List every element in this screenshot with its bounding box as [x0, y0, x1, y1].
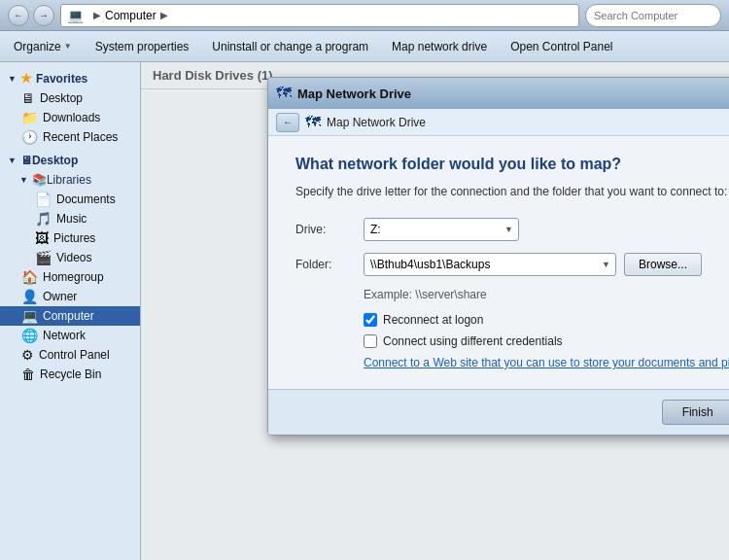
folder-select[interactable]: \\Bthub4\usb1\Backups — [364, 253, 616, 276]
dialog-nav-icon: 🗺 — [305, 114, 321, 131]
sidebar: ▼ ★ Favorites 🖥 Desktop 📁 Downloads 🕐 Re… — [0, 62, 141, 560]
organize-button[interactable]: Organize ▼ — [8, 38, 78, 55]
dialog-title-icon: 🗺 — [276, 85, 292, 102]
libraries-icon: 📚 — [32, 173, 47, 187]
example-text: Example: \\server\share — [364, 288, 729, 301]
desktop-arrow: ▼ — [8, 156, 17, 165]
dialog-body: What network folder would you like to ma… — [268, 136, 729, 389]
forward-button[interactable]: → — [33, 5, 54, 26]
finish-button[interactable]: Finish — [662, 400, 729, 425]
desktop-header[interactable]: ▼ 🖥 Desktop — [0, 151, 140, 170]
sidebar-item-pictures[interactable]: 🖼 Pictures — [0, 228, 140, 248]
reconnect-checkbox[interactable] — [364, 313, 377, 327]
dialog-titlebar: 🗺 Map Network Drive ✕ — [268, 78, 729, 109]
drive-select-wrap: Z: Y: X: — [364, 218, 519, 241]
videos-icon: 🎬 — [35, 250, 52, 265]
sidebar-item-recycle-bin[interactable]: 🗑 Recycle Bin — [0, 365, 140, 384]
title-bar: ← → 💻 ▶ Computer ▶ — [0, 0, 729, 31]
sidebar-item-downloads[interactable]: 📁 Downloads — [0, 108, 140, 127]
favorites-header[interactable]: ▼ ★ Favorites — [0, 68, 140, 88]
reconnect-label: Reconnect at logon — [383, 313, 483, 327]
control-panel-icon: ⚙ — [21, 347, 34, 363]
different-creds-row: Connect using different credentials — [364, 334, 729, 348]
dialog-back-button[interactable]: ← — [276, 113, 299, 132]
sidebar-item-documents[interactable]: 📄 Documents — [0, 190, 140, 209]
sidebar-item-recent-places[interactable]: 🕐 Recent Places — [0, 127, 140, 147]
downloads-icon: 📁 — [21, 110, 38, 125]
sidebar-item-music[interactable]: 🎵 Music — [0, 209, 140, 228]
folder-row: Folder: \\Bthub4\usb1\Backups Browse... — [295, 253, 729, 276]
address-arrow: ▶ — [93, 10, 101, 20]
sidebar-item-videos[interactable]: 🎬 Videos — [0, 248, 140, 267]
dialog-nav: ← 🗺 Map Network Drive — [268, 109, 729, 136]
music-icon: 🎵 — [35, 211, 52, 227]
web-site-link[interactable]: Connect to a Web site that you can use t… — [364, 356, 729, 369]
back-button[interactable]: ← — [8, 5, 29, 26]
sidebar-item-desktop[interactable]: 🖥 Desktop — [0, 88, 140, 108]
network-icon: 🌐 — [21, 328, 38, 343]
dialog-nav-title: Map Network Drive — [327, 116, 426, 129]
recycle-bin-icon: 🗑 — [21, 367, 35, 382]
favorites-arrow: ▼ — [8, 74, 17, 84]
desktop-section: ▼ 🖥 Desktop ▼ 📚 Libraries 📄 Documents 🎵 … — [0, 151, 140, 384]
drive-control-wrap: Z: Y: X: — [364, 218, 729, 241]
map-network-drive-dialog: 🗺 Map Network Drive ✕ ← 🗺 Map Network Dr… — [267, 77, 729, 436]
reconnect-row: Reconnect at logon — [364, 313, 729, 327]
drive-select[interactable]: Z: Y: X: — [364, 218, 519, 241]
sidebar-item-owner[interactable]: 👤 Owner — [0, 287, 140, 306]
owner-icon: 👤 — [21, 289, 38, 304]
pictures-icon: 🖼 — [35, 230, 49, 246]
content-area: Hard Disk Drives (1) 🗺 Map Network Drive… — [141, 62, 729, 560]
browse-button[interactable]: Browse... — [624, 253, 702, 276]
nav-buttons: ← → — [8, 5, 54, 26]
drive-label: Drive: — [295, 223, 364, 236]
dialog-footer: Finish Cancel — [268, 389, 729, 435]
folder-control-wrap: \\Bthub4\usb1\Backups Browse... — [364, 253, 729, 276]
address-text: Computer — [105, 9, 156, 22]
sidebar-item-homegroup[interactable]: 🏠 Homegroup — [0, 267, 140, 287]
uninstall-button[interactable]: Uninstall or change a program — [206, 38, 374, 55]
dialog-question: What network folder would you like to ma… — [295, 156, 729, 173]
main-layout: ▼ ★ Favorites 🖥 Desktop 📁 Downloads 🕐 Re… — [0, 62, 729, 560]
favorites-section: ▼ ★ Favorites 🖥 Desktop 📁 Downloads 🕐 Re… — [0, 68, 140, 147]
homegroup-icon: 🏠 — [21, 269, 38, 285]
dialog-title-left: 🗺 Map Network Drive — [276, 85, 411, 102]
computer-sidebar-icon: 💻 — [21, 308, 38, 324]
sidebar-item-network[interactable]: 🌐 Network — [0, 326, 140, 345]
different-creds-label: Connect using different credentials — [383, 334, 563, 348]
system-properties-button[interactable]: System properties — [89, 38, 195, 55]
recent-places-icon: 🕐 — [21, 129, 38, 145]
favorites-star: ★ — [20, 71, 32, 86]
toolbar: Organize ▼ System properties Uninstall o… — [0, 31, 729, 62]
folder-label: Folder: — [295, 258, 364, 271]
map-network-button[interactable]: Map network drive — [386, 38, 493, 55]
search-input[interactable] — [585, 4, 721, 27]
computer-icon: 💻 — [67, 8, 84, 23]
dialog-title-text: Map Network Drive — [297, 87, 411, 101]
libraries-arrow: ▼ — [19, 175, 28, 185]
organize-arrow: ▼ — [64, 42, 72, 51]
folder-select-wrap: \\Bthub4\usb1\Backups — [364, 253, 616, 276]
open-control-panel-button[interactable]: Open Control Panel — [504, 38, 618, 55]
libraries-header[interactable]: ▼ 📚 Libraries — [0, 170, 140, 190]
sidebar-item-control-panel[interactable]: ⚙ Control Panel — [0, 345, 140, 365]
address-bar[interactable]: 💻 ▶ Computer ▶ — [60, 4, 579, 27]
different-creds-checkbox[interactable] — [364, 334, 377, 348]
documents-icon: 📄 — [35, 192, 52, 207]
drive-row: Drive: Z: Y: X: — [295, 218, 729, 241]
dialog-description: Specify the drive letter for the connect… — [295, 185, 729, 198]
address-arrow2: ▶ — [160, 10, 168, 20]
desktop-icon: 🖥 — [21, 90, 35, 106]
desktop-section-icon: 🖥 — [20, 154, 32, 167]
sidebar-item-computer[interactable]: 💻 Computer — [0, 306, 140, 326]
dialog-overlay: 🗺 Map Network Drive ✕ ← 🗺 Map Network Dr… — [141, 62, 729, 560]
